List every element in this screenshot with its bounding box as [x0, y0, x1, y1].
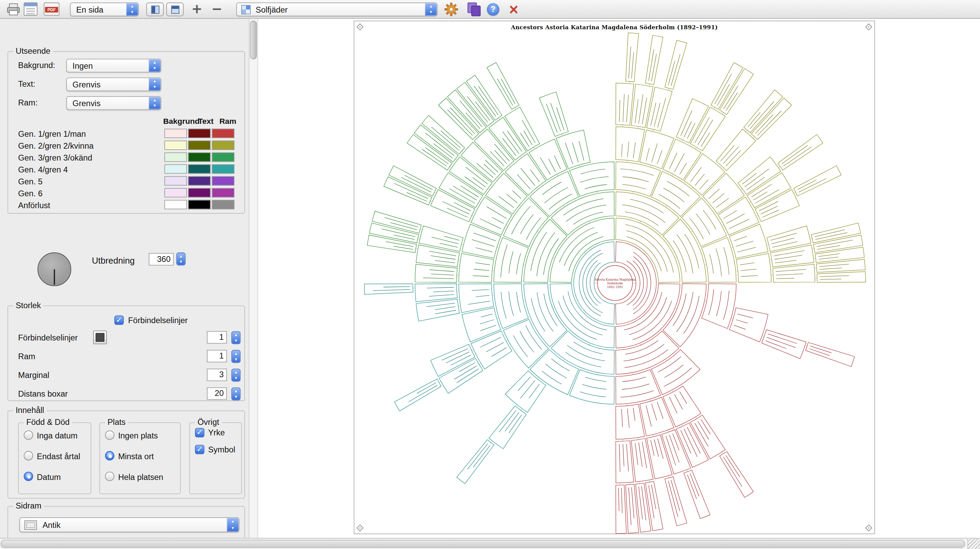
number-field-marginal[interactable]: 3 — [207, 369, 227, 381]
chart-type-select[interactable]: Solfjäder — [236, 2, 437, 16]
radio-hela-platsen[interactable] — [105, 472, 115, 481]
sidram-select[interactable]: Antik — [19, 517, 240, 532]
svg-text:1892–1991: 1892–1991 — [607, 286, 623, 289]
stepper-marginal[interactable] — [231, 369, 241, 382]
border-style-icon — [24, 520, 37, 530]
text-color-swatch[interactable] — [188, 200, 211, 209]
plats-options: Ingen platsMinsta ortHela platsen — [100, 423, 180, 493]
column-header-text: Text — [198, 117, 214, 125]
ovrigt-options: YrkeSymbol — [190, 423, 241, 493]
page-setup-icon[interactable] — [24, 2, 37, 16]
print-icon[interactable] — [6, 2, 21, 17]
radio-datum[interactable] — [24, 472, 33, 481]
number-field-distans-boxar[interactable]: 20 — [207, 387, 227, 400]
color-row-label: Gen. 1/gren 1/man — [18, 129, 86, 139]
text-color-swatch[interactable] — [188, 129, 211, 138]
ram-color-swatch[interactable] — [212, 129, 234, 138]
vertical-scrollbar[interactable] — [249, 19, 258, 538]
color-config-row: Gen. 4/gren 4 — [8, 163, 244, 176]
radio-inga-datum[interactable] — [24, 431, 33, 440]
bakgrund-color-swatch[interactable] — [164, 152, 187, 162]
size-setting-label-forbindelselinjer: Förbindelselinjer — [18, 333, 78, 343]
utbredning-stepper[interactable] — [176, 252, 186, 266]
bakgrund-color-swatch[interactable] — [164, 188, 187, 198]
app-window: PDF En sida + − Solfjäder ? × — [0, 0, 980, 549]
vertical-scrollbar-thumb[interactable] — [250, 21, 257, 60]
color-config-row: Gen. 5 — [8, 176, 244, 187]
chart-page: Astoria Katarina MagdalenaSöderholm1892–… — [354, 21, 875, 535]
group-plats: Plats Ingen platsMinsta ortHela platsen — [99, 422, 181, 494]
stepper-ram[interactable] — [231, 350, 241, 363]
pages-select-arrows-icon[interactable] — [126, 3, 138, 16]
view-continuous-button[interactable] — [166, 2, 184, 16]
ram-color-swatch[interactable] — [212, 164, 234, 174]
utbredning-field[interactable]: 360 — [149, 253, 173, 266]
stepper-forbindelselinjer[interactable] — [231, 331, 241, 344]
column-header-ram: Ram — [220, 117, 237, 125]
svg-text:Astoria Katarina Magdalena: Astoria Katarina Magdalena — [594, 278, 636, 281]
radio-label-inga-datum: Inga datum — [37, 431, 77, 441]
number-field-ram[interactable]: 1 — [207, 350, 227, 363]
line-color-well[interactable] — [93, 331, 107, 344]
ram-select[interactable]: Grenvis — [66, 96, 161, 110]
bakgrund-color-swatch[interactable] — [164, 129, 187, 138]
text-color-swatch[interactable] — [188, 140, 211, 150]
text-label: Text: — [18, 79, 35, 89]
radio-label-endast-artal: Endast årtal — [37, 452, 80, 462]
stepper-distans-boxar[interactable] — [231, 387, 241, 401]
radio-ingen-plats[interactable] — [105, 431, 115, 440]
text-color-swatch[interactable] — [188, 176, 211, 186]
zoom-out-button[interactable]: − — [208, 0, 225, 18]
group-ovrigt: Övrigt YrkeSymbol — [189, 422, 242, 494]
view-single-page-button[interactable] — [146, 2, 164, 16]
text-color-swatch[interactable] — [188, 152, 211, 162]
settings-gear-icon[interactable] — [444, 2, 459, 17]
ram-select-value: Grenvis — [73, 97, 147, 110]
copy-icon[interactable] — [466, 2, 481, 16]
ram-select-arrows-icon[interactable] — [149, 97, 161, 109]
sidram-select-arrows-icon[interactable] — [227, 518, 239, 532]
radio-endast-artal[interactable] — [24, 451, 33, 460]
ram-color-swatch[interactable] — [212, 140, 234, 150]
number-field-forbindelselinjer[interactable]: 1 — [207, 331, 227, 344]
bakgrund-color-swatch[interactable] — [164, 176, 187, 186]
column-header-bakgrund: Bakgrund — [163, 117, 199, 125]
fodd-dod-options: Inga datumEndast årtalDatum — [19, 423, 91, 493]
chart-title: Ancestors Astoria Katarina Magdalena Söd… — [354, 24, 874, 31]
radio-minsta-ort[interactable] — [105, 451, 115, 460]
text-color-swatch[interactable] — [188, 164, 211, 174]
group-innehall: Innehåll Född & Död Inga datumEndast årt… — [8, 411, 245, 499]
checkbox-yrke[interactable] — [195, 428, 205, 438]
checkbox-symbol[interactable] — [195, 445, 205, 454]
ram-color-swatch[interactable] — [212, 176, 234, 186]
resize-grip[interactable] — [967, 538, 980, 549]
ram-color-swatch[interactable] — [212, 200, 234, 209]
pages-select[interactable]: En sida — [70, 2, 139, 16]
horizontal-scrollbar[interactable] — [0, 538, 980, 549]
bakgrund-select[interactable]: Ingen — [66, 59, 161, 73]
help-button[interactable]: ? — [487, 3, 500, 16]
ram-color-swatch[interactable] — [212, 188, 234, 198]
bakgrund-select-arrows-icon[interactable] — [149, 59, 161, 72]
pages-select-value: En sida — [76, 3, 124, 16]
chart-type-select-arrows-icon[interactable] — [425, 3, 437, 16]
ram-color-swatch[interactable] — [212, 152, 234, 162]
text-color-swatch[interactable] — [188, 188, 211, 198]
option-row: Minsta ort — [100, 451, 180, 465]
pdf-export-icon[interactable]: PDF — [44, 2, 60, 16]
zoom-in-button[interactable]: + — [189, 0, 205, 18]
extent-dial[interactable] — [37, 252, 71, 286]
option-row: Endast årtal — [19, 451, 91, 465]
bakgrund-color-swatch[interactable] — [164, 140, 187, 150]
text-select-arrows-icon[interactable] — [149, 78, 161, 91]
bakgrund-color-swatch[interactable] — [164, 164, 187, 174]
text-select[interactable]: Grenvis — [66, 78, 161, 91]
horizontal-scrollbar-thumb[interactable] — [1, 540, 965, 548]
color-row-label: Gen. 4/gren 4 — [18, 165, 68, 175]
size-setting-label-marginal: Marginal — [18, 370, 49, 380]
group-utseende: Utseende Bakgrund: Ingen Text: Grenvis R… — [8, 51, 245, 214]
size-setting-row: Distans boxar20 — [8, 387, 244, 402]
radio-label-hela-platsen: Hela platsen — [118, 473, 163, 482]
close-button[interactable]: × — [506, 1, 522, 18]
bakgrund-color-swatch[interactable] — [164, 200, 187, 209]
